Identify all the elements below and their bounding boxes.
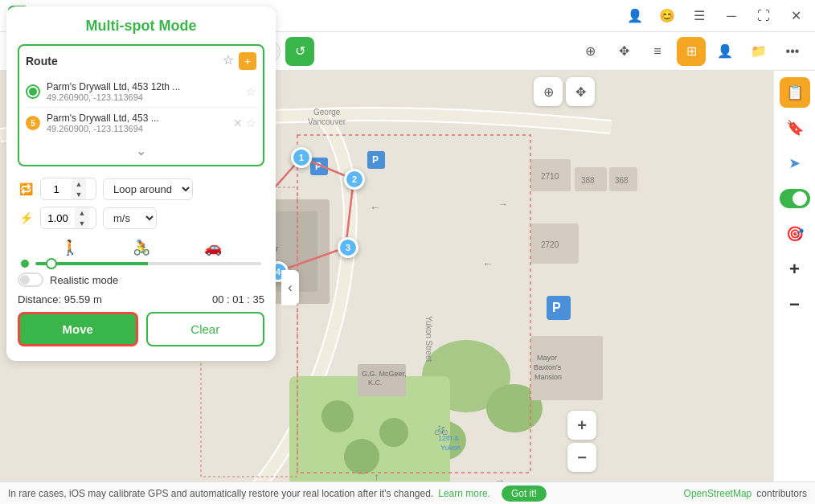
move-button[interactable]: Move xyxy=(18,312,138,346)
gps-button[interactable]: 🎯 xyxy=(780,219,810,249)
waypoint-dot-1 xyxy=(26,84,40,99)
osm-contributors: contributors xyxy=(756,488,807,499)
svg-text:Yukon: Yukon xyxy=(440,444,461,452)
svg-text:P: P xyxy=(315,161,321,172)
loop-count-spinner[interactable]: 1 ▲ ▼ xyxy=(40,178,96,200)
waypoint-name-5: Parm's Drywall Ltd, 453 ... xyxy=(47,113,191,124)
realistic-toggle-sidebar[interactable] xyxy=(780,183,810,214)
got-it-button[interactable]: Got it! xyxy=(502,486,547,502)
panel-collapse-button[interactable]: ‹ xyxy=(281,270,299,305)
waypoint-star-5[interactable]: ☆ xyxy=(246,117,256,129)
waypoint-info-1: Parm's Drywall Ltd, 453 12th ... 49.2609… xyxy=(47,81,240,102)
svg-text:G.G. McGeer,: G.G. McGeer, xyxy=(362,370,407,378)
speed-icon: ⚡ xyxy=(18,211,34,224)
waypoint-icons-5: ✕ ☆ xyxy=(233,117,256,129)
loop-mode-select[interactable]: Loop around Round trip One way xyxy=(103,178,193,200)
loop-spinner-btns: ▲ ▼ xyxy=(72,178,86,199)
emoji-icon[interactable]: 😊 xyxy=(656,5,678,27)
time-text: 00 : 01 : 35 xyxy=(212,293,264,305)
realistic-mode-label: Realistic mode xyxy=(50,274,118,286)
folder-btn[interactable]: 📁 xyxy=(744,37,773,66)
close-icon[interactable]: ✕ xyxy=(784,5,807,27)
loop-count-input[interactable]: 1 xyxy=(41,180,72,199)
zoom-out-sidebar[interactable]: − xyxy=(780,289,810,320)
location-btn[interactable]: ⊕ xyxy=(575,37,604,66)
walk-icon[interactable]: 🚶 xyxy=(61,239,79,256)
more-btn[interactable]: ••• xyxy=(778,37,807,66)
speed-down[interactable]: ▼ xyxy=(75,218,89,228)
route-add-icon[interactable]: + xyxy=(239,52,256,70)
distance-time-row: Distance: 95.59 m 00 : 01 : 35 xyxy=(18,293,264,305)
refresh-button[interactable]: ↺ xyxy=(285,37,314,66)
svg-text:12th &: 12th & xyxy=(438,434,459,442)
route-favorite-icon[interactable]: ☆ xyxy=(223,52,234,70)
loop-icon: 🔁 xyxy=(18,182,34,195)
map-waypoint-1[interactable]: 1 xyxy=(291,147,312,168)
chevron-down-icon: ⌄ xyxy=(136,143,146,158)
history-button[interactable]: 📋 xyxy=(780,77,810,108)
svg-text:Vancouver: Vancouver xyxy=(308,117,346,126)
svg-text:Mayor: Mayor xyxy=(537,354,557,362)
waypoint-coords-1: 49.260900, -123.113694 xyxy=(47,92,240,102)
waypoint-name-1: Parm's Drywall Ltd, 453 12th ... xyxy=(47,81,191,92)
bookmark-button[interactable]: 🔖 xyxy=(780,113,810,143)
controls: 🔁 1 ▲ ▼ Loop around Round trip One way ⚡… xyxy=(18,174,264,350)
svg-text:←: ← xyxy=(482,257,494,270)
svg-text:←: ← xyxy=(370,201,381,214)
bike-icon[interactable]: 🚴 xyxy=(133,239,150,256)
minimize-icon[interactable]: ─ xyxy=(720,5,743,27)
svg-text:→: → xyxy=(498,199,508,210)
menu-icon[interactable]: ☰ xyxy=(688,5,711,27)
waypoint-star-1[interactable]: ☆ xyxy=(246,85,256,98)
left-panel: Multi-spot Mode Route ☆ + Parm's Drywall… xyxy=(6,6,276,361)
zoom-in-button[interactable]: + xyxy=(567,411,596,440)
gps-locate-button[interactable]: ⊕ xyxy=(534,77,563,106)
maximize-icon[interactable]: ⛶ xyxy=(752,5,775,27)
right-sidebar: 📋 🔖 ➤ 🎯 + − xyxy=(773,71,815,504)
speed-up[interactable]: ▲ xyxy=(75,207,89,218)
speed-control-row: ⚡ 1.00 ▲ ▼ m/s km/h mph xyxy=(18,207,264,229)
route-label: Route xyxy=(26,55,58,68)
svg-point-13 xyxy=(321,400,354,432)
learn-more-link[interactable]: Learn more. xyxy=(438,488,490,499)
layers-btn[interactable]: ≡ xyxy=(643,37,672,66)
route-header-icons: ☆ + xyxy=(223,52,256,70)
route-header: Route ☆ + xyxy=(26,52,256,70)
svg-text:Baxton's: Baxton's xyxy=(534,363,562,371)
waypoint-item-1: Parm's Drywall Ltd, 453 12th ... 49.2609… xyxy=(26,76,256,108)
svg-text:K.C.: K.C. xyxy=(368,379,383,387)
transport-mode-row: 🚶 🚴 🚗 xyxy=(18,236,264,260)
notice-text: In rare cases, iOS may calibrate GPS and… xyxy=(8,488,433,499)
multispot-btn[interactable]: ⊞ xyxy=(677,37,706,66)
speed-slider-row xyxy=(18,260,264,268)
svg-point-15 xyxy=(344,439,379,474)
person-btn[interactable]: 👤 xyxy=(711,37,739,66)
distance-text: Distance: 95.59 m xyxy=(18,293,102,305)
move-btn[interactable]: ✥ xyxy=(609,37,638,66)
pan-button[interactable]: ✥ xyxy=(566,77,595,106)
zoom-in-sidebar[interactable]: + xyxy=(780,254,810,285)
svg-text:Mansion: Mansion xyxy=(534,373,562,381)
speed-input[interactable]: 1.00 xyxy=(41,209,75,227)
zoom-out-button[interactable]: − xyxy=(567,443,596,472)
map-waypoint-2[interactable]: 2 xyxy=(344,169,365,190)
waypoint-info-5: Parm's Drywall Ltd, 453 ... 49.260900, -… xyxy=(47,113,227,133)
speed-unit-select[interactable]: m/s km/h mph xyxy=(103,207,157,229)
waypoint-item-5: 5 Parm's Drywall Ltd, 453 ... 49.260900,… xyxy=(26,108,256,138)
svg-text:🚲: 🚲 xyxy=(434,422,448,436)
share-button[interactable]: ➤ xyxy=(780,148,810,178)
speed-spinner[interactable]: 1.00 ▲ ▼ xyxy=(40,207,96,229)
map-waypoint-3[interactable]: 3 xyxy=(338,237,358,258)
clear-button[interactable]: Clear xyxy=(146,312,265,346)
avatar-icon[interactable]: 👤 xyxy=(624,5,646,27)
loop-count-down[interactable]: ▼ xyxy=(72,189,86,199)
waypoint-dot-5: 5 xyxy=(26,116,40,130)
loop-count-up[interactable]: ▲ xyxy=(72,178,86,189)
speed-slider[interactable] xyxy=(35,262,261,265)
realistic-mode-toggle[interactable] xyxy=(18,272,43,287)
expand-button[interactable]: ⌄ xyxy=(26,143,256,158)
car-icon[interactable]: 🚗 xyxy=(204,239,222,256)
osm-link[interactable]: OpenStreetMap xyxy=(684,488,752,499)
svg-text:368: 368 xyxy=(615,176,629,185)
waypoint-close-5[interactable]: ✕ xyxy=(233,117,243,129)
